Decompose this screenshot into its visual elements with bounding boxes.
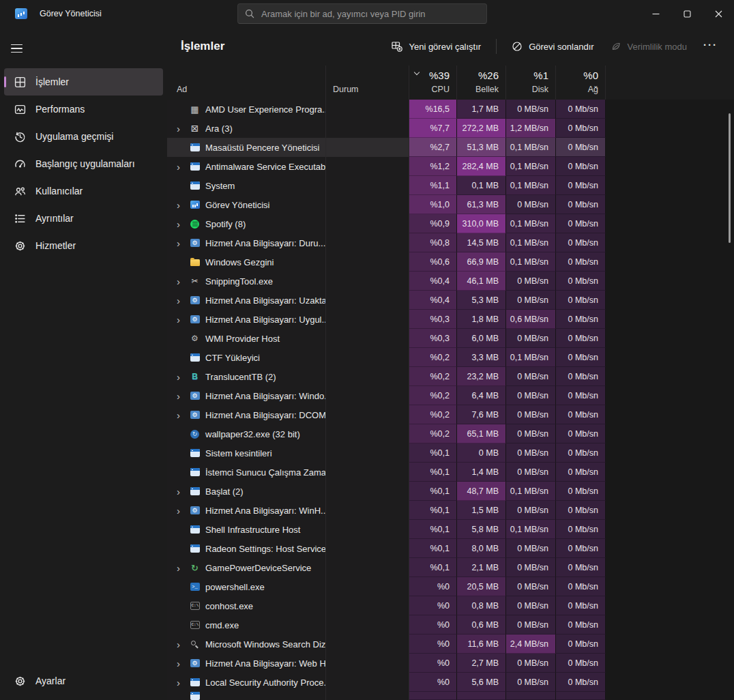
process-icon: ⚙ [189, 392, 201, 400]
maximize-button[interactable] [671, 0, 703, 27]
process-row[interactable]: System %1,1 0,1 MB 0,1 MB/sn 0 Mb/sn [167, 176, 734, 195]
sidebar: İşlemler Performans Uygulama geçmişi Baş… [0, 27, 167, 700]
search-box[interactable] [237, 3, 487, 24]
process-row[interactable]: › ⚙ Hizmet Ana Bilgisayarı: WinH... %0,1… [167, 501, 734, 520]
process-cpu-value: %0,2 [409, 386, 457, 405]
expand-chevron-icon[interactable]: › [177, 276, 189, 287]
column-header-name[interactable]: Ad [167, 65, 326, 100]
process-memory-value: 61,3 MB [457, 195, 506, 214]
column-header-status[interactable]: Durum [326, 65, 409, 100]
process-row[interactable]: İstemci Sunucu Çalışma Zama... %0,1 1,4 … [167, 463, 734, 482]
process-row[interactable]: ▦ AMD User Experience Progra... %16,5 1,… [167, 100, 734, 119]
process-disk-value: 0 MB/sn [506, 405, 556, 424]
process-row[interactable]: › ⚙ Hizmet Ana Bilgisayarı: Web H... %0 … [167, 654, 734, 673]
process-name: Local Security Authority Proce... [205, 677, 326, 688]
process-row[interactable]: Radeon Settings: Host Service %0,1 8,0 M… [167, 539, 734, 558]
expand-chevron-icon[interactable]: › [177, 410, 189, 420]
expand-chevron-icon[interactable]: › [177, 391, 189, 401]
process-row[interactable]: Masaüstü Pencere Yöneticisi %2,7 51,3 MB… [167, 138, 734, 157]
process-status [326, 348, 409, 367]
process-row[interactable]: Sistem kesintileri %0,1 0 MB 0 MB/sn 0 M… [167, 443, 734, 463]
column-header-network[interactable]: %0 Ağ [556, 65, 606, 100]
process-disk-value: 1,2 MB/sn [506, 119, 556, 138]
expand-chevron-icon[interactable]: › [177, 315, 189, 325]
column-header-memory[interactable]: %26 Bellek [457, 65, 506, 100]
process-status [326, 692, 409, 700]
process-network-value: 0 Mb/sn [556, 310, 606, 329]
process-row[interactable]: › ⊠ Ara (3) %7,7 272,2 MB 1,2 MB/sn 0 Mb… [167, 119, 734, 138]
process-row[interactable]: › ⚙ Hizmet Ana Bilgisayarı: DCOM... %0,2… [167, 405, 734, 424]
expand-chevron-icon[interactable]: › [177, 677, 189, 688]
sidebar-item-baslangic-uygulamalari[interactable]: Başlangıç uygulamaları [4, 150, 163, 177]
vertical-scrollbar[interactable] [729, 113, 731, 243]
hamburger-menu-icon[interactable] [7, 37, 34, 60]
process-name-cell: › ⚙ Hizmet Ana Bilgisayarı: Uygul... [167, 310, 326, 329]
expand-chevron-icon[interactable]: › [177, 506, 189, 516]
expand-chevron-icon[interactable]: › [177, 295, 189, 306]
process-icon: ⚙ [189, 239, 201, 247]
expand-chevron-icon[interactable]: › [177, 486, 189, 497]
process-row[interactable]: › Microsoft Windows Search Diz... %0 11,… [167, 635, 734, 654]
process-row[interactable]: › Antimalware Service Executable %1,2 28… [167, 157, 734, 176]
process-network-value: 0 Mb/sn [556, 501, 606, 520]
sidebar-item-hizmetler[interactable]: Hizmetler [4, 232, 163, 259]
efficiency-mode-button[interactable]: Verimlilik modu [604, 36, 694, 57]
sidebar-item-performans[interactable]: Performans [4, 96, 163, 123]
expand-chevron-icon[interactable]: › [177, 123, 189, 134]
process-row[interactable]: › ⚙ Hizmet Ana Bilgisayarı: Uzakta... %0… [167, 291, 734, 310]
process-status [326, 424, 409, 443]
sidebar-item-islemler[interactable]: İşlemler [4, 68, 163, 96]
process-row[interactable]: C:\ cmd.exe %0 0,6 MB 0 MB/sn 0 Mb/sn [167, 615, 734, 635]
expand-chevron-icon[interactable]: › [177, 200, 189, 210]
end-task-button[interactable]: Görevi sonlandır [505, 36, 600, 57]
process-row[interactable]: › ⚙ Hizmet Ana Bilgisayarı: Windo... %0,… [167, 386, 734, 405]
process-icon: ⚙ [189, 506, 201, 514]
column-header-cpu[interactable]: %39 CPU [409, 65, 457, 100]
expand-chevron-icon[interactable]: › [177, 219, 189, 229]
expand-chevron-icon[interactable]: › [177, 658, 189, 669]
process-memory-value [457, 692, 506, 700]
sidebar-item-uygulama-gecmisi[interactable]: Uygulama geçmişi [4, 123, 163, 150]
expand-chevron-icon[interactable]: › [177, 162, 189, 172]
process-row[interactable] [167, 692, 734, 700]
process-row[interactable]: › B TranslucentTB (2) %0,2 23,2 MB 0 MB/… [167, 367, 734, 386]
gear-icon [12, 675, 27, 687]
process-row[interactable]: › ⚙ Hizmet Ana Bilgisayarı: Uygul... %0,… [167, 310, 734, 329]
process-row[interactable]: › Local Security Authority Proce... %0 5… [167, 673, 734, 692]
process-row[interactable]: › Spotify (8) %0,9 310,0 MB 0,1 MB/sn 0 … [167, 214, 734, 233]
sidebar-item-ayarlar[interactable]: Ayarlar [4, 667, 163, 695]
process-row[interactable]: CTF Yükleyici %0,2 3,3 MB 0,1 MB/sn 0 Mb… [167, 348, 734, 367]
run-new-task-button[interactable]: Yeni görevi çalıştır [385, 36, 488, 57]
column-header-disk[interactable]: %1 Disk [506, 65, 556, 100]
process-row[interactable]: › ⚙ Hizmet Ana Bilgisayarı: Duru... %0,8… [167, 233, 734, 252]
sidebar-item-label: İşlemler [35, 76, 69, 87]
process-cpu-value: %0 [409, 596, 457, 615]
process-disk-value: 0 MB/sn [506, 443, 556, 463]
sidebar-item-ayrintilar[interactable]: Ayrıntılar [4, 205, 163, 232]
close-button[interactable] [703, 0, 734, 27]
more-options-button[interactable]: ··· [696, 36, 724, 57]
process-row[interactable]: › Başlat (2) %0,1 48,7 MB 0,1 MB/sn 0 Mb… [167, 482, 734, 501]
process-row[interactable]: C:\ conhost.exe %0 0,8 MB 0 MB/sn 0 Mb/s… [167, 596, 734, 615]
expand-chevron-icon[interactable]: › [177, 372, 189, 382]
process-row[interactable]: ↻ wallpaper32.exe (32 bit) %0,2 65,1 MB … [167, 424, 734, 443]
process-name-cell: › Microsoft Windows Search Diz... [167, 635, 326, 654]
process-status [326, 176, 409, 195]
process-cpu-value: %0,2 [409, 424, 457, 443]
search-input[interactable] [261, 9, 480, 19]
minimize-button[interactable] [640, 0, 671, 27]
expand-chevron-icon[interactable]: › [177, 639, 189, 650]
process-row[interactable]: Shell Infrastructure Host %0,1 5,8 MB 0,… [167, 520, 734, 539]
process-name-cell: İstemci Sunucu Çalışma Zama... [167, 463, 326, 482]
process-row[interactable]: Windows Gezgini %0,6 66,9 MB 0,1 MB/sn 0… [167, 252, 734, 272]
process-row[interactable]: › Görev Yöneticisi %1,0 61,3 MB 0 MB/sn … [167, 195, 734, 214]
process-row[interactable]: › ↻ GamePowerDeviceService %0,1 2,1 MB 0… [167, 558, 734, 577]
process-name: Başlat (2) [205, 486, 244, 497]
expand-chevron-icon[interactable]: › [177, 238, 189, 248]
process-row[interactable]: >_ powershell.exe %0 20,5 MB 0 MB/sn 0 M… [167, 577, 734, 596]
sidebar-item-kullanicilar[interactable]: Kullanıcılar [4, 177, 163, 205]
expand-chevron-icon[interactable]: › [177, 563, 189, 573]
process-row[interactable]: ⚙ WMI Provider Host %0,3 6,0 MB 0 MB/sn … [167, 329, 734, 348]
process-row[interactable]: › ✂ SnippingTool.exe %0,4 46,1 MB 0 MB/s… [167, 272, 734, 291]
process-memory-value: 0,6 MB [457, 615, 506, 635]
